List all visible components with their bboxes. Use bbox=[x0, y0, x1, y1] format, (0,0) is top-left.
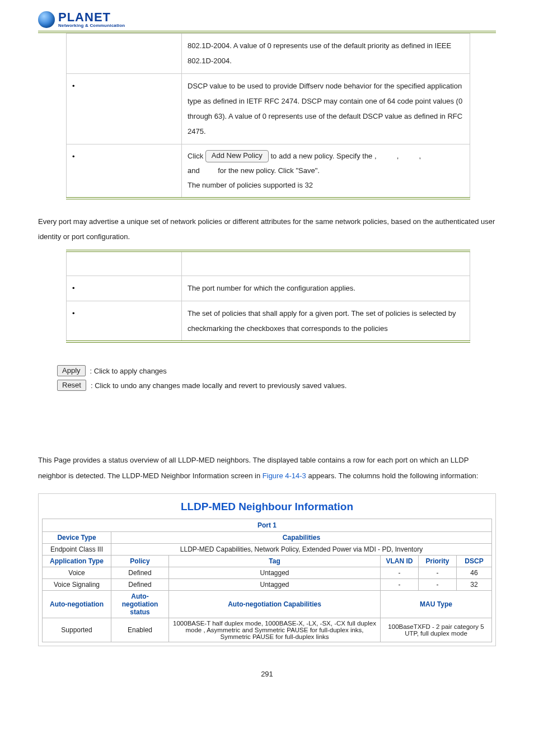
port-label bbox=[67, 276, 182, 301]
buttons-block: Apply : Click to apply changes Reset : C… bbox=[38, 365, 496, 391]
table-row: Application Type Policy Tag VLAN ID Prio… bbox=[43, 555, 492, 567]
cell: Defined bbox=[111, 578, 169, 590]
policies-cell: The set of policies that shall apply for… bbox=[182, 301, 470, 342]
table-row: Device Type Capabilities bbox=[43, 531, 492, 543]
table-row: DSCP value to be used to provide Diffser… bbox=[67, 73, 470, 144]
text: to add a new policy. Specify the bbox=[270, 152, 374, 160]
apply-text: : Click to apply changes bbox=[90, 367, 167, 375]
figure-title: LLDP-MED Neighbour Information bbox=[42, 497, 492, 519]
cell: - bbox=[381, 578, 419, 590]
priority-header: Priority bbox=[419, 555, 457, 567]
cell: 32 bbox=[457, 578, 492, 590]
cell: Defined bbox=[111, 567, 169, 578]
autoneg-caps-value: 1000BASE-T half duplex mode, 1000BASE-X,… bbox=[169, 618, 381, 642]
apptype-header: Application Type bbox=[43, 555, 111, 567]
capabilities-header: Capabilities bbox=[111, 531, 492, 543]
text: , bbox=[374, 152, 377, 160]
cell: Untagged bbox=[169, 578, 381, 590]
figure-table: Port 1 Device Type Capabilities Endpoint… bbox=[42, 519, 492, 642]
reset-text: : Click to undo any changes made locally… bbox=[91, 381, 346, 390]
table-row: Auto-negotiation Auto-negotiation status… bbox=[43, 590, 492, 618]
table-row: The port number for which the configurat… bbox=[67, 276, 470, 301]
parameter-table-2: The port number for which the configurat… bbox=[66, 250, 470, 343]
figure-link[interactable]: Figure 4-14-3 bbox=[263, 472, 306, 480]
neighbor-intro: This Page provides a status overview of … bbox=[38, 452, 496, 483]
policy-header: Policy bbox=[111, 555, 169, 567]
port-cell: The port number for which the configurat… bbox=[182, 276, 470, 301]
autoneg-value: Supported bbox=[43, 618, 111, 642]
dscp-cell: DSCP value to be used to provide Diffser… bbox=[182, 73, 470, 144]
text: , bbox=[397, 152, 399, 160]
table-row: 802.1D-2004. A value of 0 represents use… bbox=[67, 34, 470, 74]
tag-header: Tag bbox=[169, 555, 381, 567]
logo-name: PLANET bbox=[58, 11, 125, 24]
text: appears. The columns hold the following … bbox=[306, 472, 479, 480]
logo-block: PLANET Networking & Communication bbox=[38, 11, 496, 30]
add-new-policy-button[interactable]: Add New Policy bbox=[205, 150, 269, 162]
capabilities-value: LLDP-MED Capabilities, Network Policy, E… bbox=[111, 543, 492, 555]
vlan-header: VLAN ID bbox=[381, 555, 419, 567]
text: Click bbox=[188, 152, 203, 160]
add-policy-label bbox=[67, 144, 182, 198]
port-row: Port 1 bbox=[43, 519, 492, 531]
page-number: 291 bbox=[38, 670, 496, 678]
logo-tagline: Networking & Communication bbox=[58, 24, 125, 28]
table-row: Click Add New Policy to add a new policy… bbox=[67, 144, 470, 198]
dscp-label bbox=[67, 73, 182, 144]
cell: Untagged bbox=[169, 567, 381, 578]
text: The number of policies supported is 32 bbox=[188, 181, 313, 189]
autoneg-status-value: Enabled bbox=[111, 618, 169, 642]
table-row: The set of policies that shall apply for… bbox=[67, 301, 470, 342]
text: , bbox=[419, 152, 421, 160]
cell: Voice bbox=[43, 567, 111, 578]
text: for the new policy. Click "Save". bbox=[218, 166, 320, 175]
autoneg-status-header: Auto-negotiation status bbox=[111, 590, 169, 618]
autoneg-caps-header: Auto-negotiation Capabilities bbox=[169, 590, 381, 618]
cell: - bbox=[419, 567, 457, 578]
port-label: Port 1 bbox=[43, 519, 492, 531]
table-row: Voice Signaling Defined Untagged - - 32 bbox=[43, 578, 492, 590]
parameter-table-1: 802.1D-2004. A value of 0 represents use… bbox=[66, 33, 470, 199]
globe-icon bbox=[38, 11, 55, 28]
cell: 46 bbox=[457, 567, 492, 578]
apply-button[interactable]: Apply bbox=[57, 365, 86, 376]
table-header-row bbox=[67, 251, 470, 276]
cell: - bbox=[419, 578, 457, 590]
dscp-header: DSCP bbox=[457, 555, 492, 567]
reset-button[interactable]: Reset bbox=[57, 380, 86, 391]
cell: - bbox=[381, 567, 419, 578]
table-row: Voice Defined Untagged - - 46 bbox=[43, 567, 492, 578]
device-type-header: Device Type bbox=[43, 531, 111, 543]
add-policy-cell: Click Add New Policy to add a new policy… bbox=[182, 144, 470, 198]
priority-cell: 802.1D-2004. A value of 0 represents use… bbox=[182, 34, 470, 74]
ports-paragraph: Every port may advertise a unique set of… bbox=[38, 214, 496, 245]
text: and bbox=[188, 166, 200, 175]
lldp-med-neighbour-figure: LLDP-MED Neighbour Information Port 1 De… bbox=[38, 493, 496, 646]
device-type-value: Endpoint Class III bbox=[43, 543, 111, 555]
cell: Voice Signaling bbox=[43, 578, 111, 590]
policies-label bbox=[67, 301, 182, 342]
table-row: Endpoint Class III LLDP-MED Capabilities… bbox=[43, 543, 492, 555]
autoneg-header: Auto-negotiation bbox=[43, 590, 111, 618]
mau-type-header: MAU Type bbox=[381, 590, 492, 618]
mau-type-value: 100BaseTXFD - 2 pair category 5 UTP, ful… bbox=[381, 618, 492, 642]
table-row: Supported Enabled 1000BASE-T half duplex… bbox=[43, 618, 492, 642]
